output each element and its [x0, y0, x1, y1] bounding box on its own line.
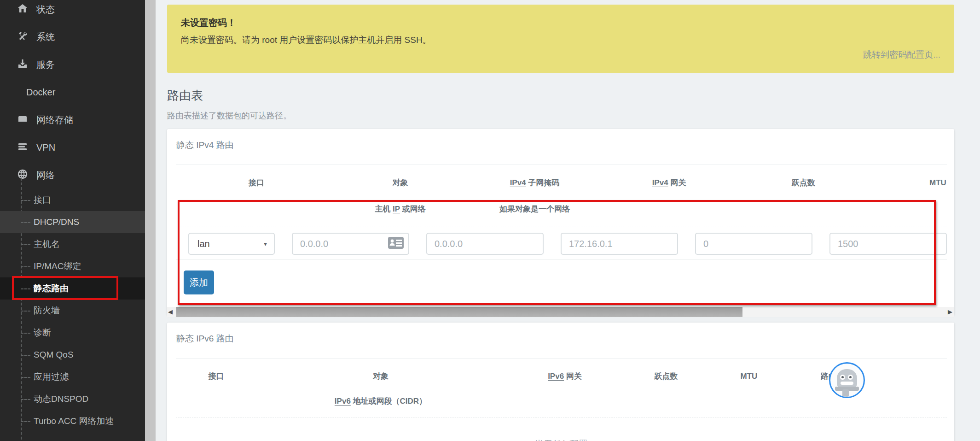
col-header-netmask: IPv4 子网掩码	[476, 177, 593, 188]
services-icon	[17, 59, 28, 71]
sidebar-item-vpn[interactable]: VPN	[0, 134, 145, 161]
add-button[interactable]: 添加	[184, 270, 214, 294]
sidebar-item-label: Docker	[26, 87, 55, 98]
col-header-gateway: IPv4 网关	[610, 177, 728, 188]
sidebar-item-network-storage[interactable]: 网络存储	[0, 106, 145, 134]
sidebar-subitem-hostname[interactable]: 主机名	[0, 233, 145, 255]
interface-select-value: lan	[197, 239, 210, 249]
sidebar-subitem-load-balancing[interactable]: 负载均衡	[0, 432, 145, 441]
network-submenu: 接口 DHCP/DNS 主机名 IP/MAC绑定 静态路由 防火墙 诊断 SQM…	[0, 189, 145, 441]
col-header-gateway: IPv6 网关	[505, 371, 625, 382]
chevron-down-icon: ▾	[264, 240, 267, 247]
sidebar-item-status[interactable]: 状态	[0, 0, 145, 23]
ipv4-new-route-row: lan ▾	[176, 227, 947, 260]
ipv4-section-title: 静态 IPv4 路由	[176, 139, 947, 151]
subheader-netmask: 如果对象是一个网络	[476, 204, 593, 214]
globe-icon	[17, 169, 28, 182]
no-password-alert: 未设置密码！ 尚未设置密码。请为 root 用户设置密码以保护主机并启用 SSH…	[167, 5, 954, 73]
storage-icon	[17, 114, 28, 126]
sidebar-subitem-interfaces[interactable]: 接口	[0, 189, 145, 211]
sidebar-item-label: 系统	[36, 31, 55, 43]
sidebar-subitem-diagnostics[interactable]: 诊断	[0, 322, 145, 344]
col-header-mtu: MTU	[879, 178, 947, 188]
sidebar-subitem-firewall[interactable]: 防火墙	[0, 300, 145, 322]
sidebar-item-system[interactable]: 系统	[0, 23, 145, 51]
sidebar-subitem-sqm-qos[interactable]: SQM QoS	[0, 344, 145, 366]
ipv6-section-title: 静态 IPv6 路由	[176, 333, 947, 345]
interface-select[interactable]: lan ▾	[188, 233, 275, 255]
ipv6-subheader-row: IPv6 地址或网段（CIDR）	[176, 385, 947, 417]
alert-title: 未设置密码！	[181, 17, 940, 29]
app-root: 状态 系统 服务 Docker 网络存储 VPN	[0, 0, 980, 441]
static-ipv4-routes-card: 静态 IPv4 路由 接口 对象 IPv4 子网掩码 IPv4 网关 跃点数 M…	[167, 129, 954, 315]
scroll-right-icon[interactable]: ▶	[948, 308, 952, 315]
col-header-target: 对象	[342, 177, 459, 188]
sidebar-subitem-app-filter[interactable]: 应用过滤	[0, 366, 145, 388]
scroll-left-icon[interactable]: ◀	[168, 308, 173, 315]
mtu-input[interactable]	[829, 233, 947, 255]
sidebar-subitem-dnspod[interactable]: 动态DNSPOD	[0, 388, 145, 410]
col-header-interface: 接口	[176, 371, 256, 382]
sidebar-subitem-ip-mac-binding[interactable]: IP/MAC绑定	[0, 255, 145, 277]
sidebar-scrollbar-track[interactable]	[145, 0, 156, 441]
ipv6-empty-state: 尚无任何配置	[176, 417, 947, 441]
contact-card-icon[interactable]	[388, 237, 404, 251]
ipv4-table: 接口 对象 IPv4 子网掩码 IPv4 网关 跃点数 MTU 主机 IP 或网…	[176, 165, 947, 307]
ipv4-add-row: 添加	[176, 260, 947, 307]
col-header-interface: 接口	[188, 177, 325, 188]
sidebar-subitem-turbo-acc[interactable]: Turbo ACC 网络加速	[0, 410, 145, 432]
sidebar-item-label: 网络	[36, 169, 55, 182]
ipv4-header-row: 接口 对象 IPv4 子网掩码 IPv4 网关 跃点数 MTU	[176, 165, 947, 191]
sidebar-item-label: VPN	[36, 142, 55, 153]
col-header-metric: 跃点数	[745, 177, 862, 188]
sidebar-item-label: 状态	[36, 3, 55, 16]
sidebar-item-network[interactable]: 网络	[0, 161, 145, 189]
sidebar: 状态 系统 服务 Docker 网络存储 VPN	[0, 0, 145, 441]
target-field-wrap	[292, 233, 409, 255]
ipv4-subheader-row: 主机 IP 或网络 如果对象是一个网络	[176, 191, 947, 227]
sidebar-item-docker[interactable]: Docker	[0, 78, 145, 106]
sidebar-item-services[interactable]: 服务	[0, 51, 145, 78]
chat-robot-icon[interactable]	[829, 362, 865, 398]
horizontal-scrollbar[interactable]: ◀ ▶	[167, 307, 954, 317]
metric-input[interactable]	[695, 233, 812, 255]
page-description: 路由表描述了数据包的可达路径。	[167, 110, 954, 121]
home-icon	[17, 3, 28, 16]
sidebar-item-label: 服务	[36, 59, 55, 71]
horizontal-scrollbar-thumb[interactable]	[176, 307, 742, 317]
subheader-target: IPv6 地址或网段（CIDR）	[256, 396, 505, 406]
go-to-password-config-link[interactable]: 跳转到密码配置页...	[863, 49, 940, 61]
col-header-target: 对象	[256, 371, 505, 382]
gateway-input[interactable]	[561, 233, 678, 255]
netmask-input[interactable]	[426, 233, 544, 255]
col-header-metric: 跃点数	[625, 371, 707, 382]
sidebar-subitem-dhcp-dns[interactable]: DHCP/DNS	[0, 211, 145, 233]
sidebar-subitem-static-routes[interactable]: 静态路由	[0, 277, 145, 300]
vpn-icon	[17, 141, 28, 154]
subheader-target: 主机 IP 或网络	[342, 204, 459, 214]
alert-body: 尚未设置密码。请为 root 用户设置密码以保护主机并启用 SSH。	[181, 34, 940, 46]
tools-icon	[17, 31, 28, 43]
page-title: 路由表	[167, 88, 954, 104]
sidebar-scrollbar-thumb[interactable]	[145, 0, 156, 441]
sidebar-item-label: 网络存储	[36, 114, 73, 126]
col-header-mtu: MTU	[707, 372, 790, 381]
